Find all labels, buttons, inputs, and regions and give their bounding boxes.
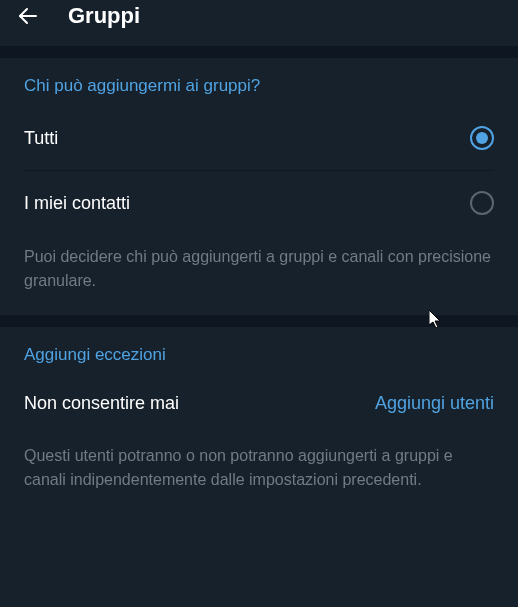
exception-never-allow-row[interactable]: Non consentire mai Aggiungi utenti — [24, 375, 494, 434]
exception-never-allow-label: Non consentire mai — [24, 393, 179, 414]
radio-option-my-contacts[interactable]: I miei contatti — [24, 170, 494, 235]
radio-label: Tutti — [24, 128, 58, 149]
section-gap — [0, 46, 518, 58]
section-title-who-can-add: Chi può aggiungermi ai gruppi? — [24, 76, 494, 96]
section-gap — [0, 315, 518, 327]
exceptions-section: Aggiungi eccezioni Non consentire mai Ag… — [0, 327, 518, 434]
who-can-add-section: Chi può aggiungermi ai gruppi? Tutti I m… — [0, 58, 518, 235]
section-title-exceptions: Aggiungi eccezioni — [24, 345, 494, 365]
who-can-add-hint: Puoi decidere chi può aggiungerti a grup… — [0, 235, 518, 315]
header: Gruppi — [0, 0, 518, 46]
radio-label: I miei contatti — [24, 193, 130, 214]
exceptions-hint: Questi utenti potranno o non potranno ag… — [0, 434, 518, 514]
radio-option-everyone[interactable]: Tutti — [24, 106, 494, 170]
back-button[interactable] — [12, 0, 44, 32]
add-users-button[interactable]: Aggiungi utenti — [375, 393, 494, 414]
radio-icon — [470, 126, 494, 150]
radio-icon — [470, 191, 494, 215]
arrow-left-icon — [16, 4, 40, 28]
page-title: Gruppi — [68, 3, 140, 29]
